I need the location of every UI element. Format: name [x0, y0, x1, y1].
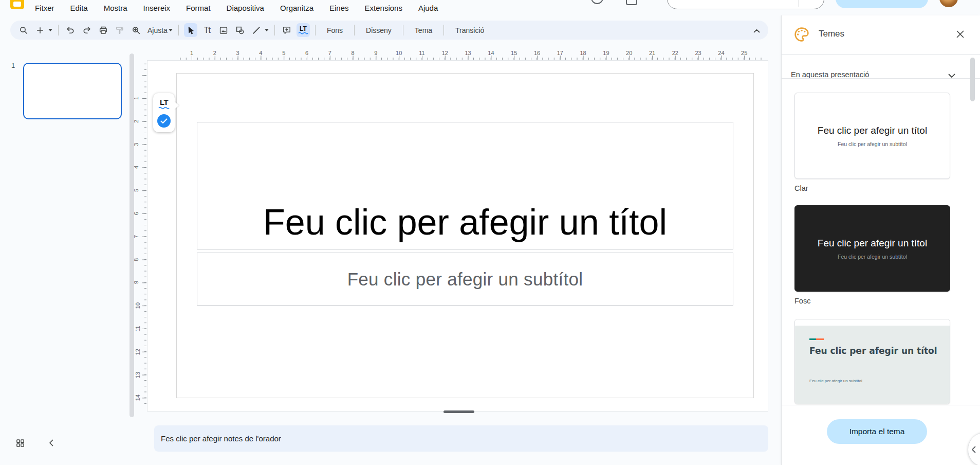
horizontal-ruler: 1234567891011121314151617181920212223242…	[147, 51, 768, 60]
themes-panel: Temes En aquesta presentació Feu clic pe…	[781, 15, 980, 465]
toolbar-separator	[315, 25, 316, 35]
panel-divider	[782, 78, 980, 79]
menu-item-format[interactable]: Format	[183, 3, 214, 13]
vertical-ruler: 1234567891011121314	[134, 60, 147, 410]
account-avatar[interactable]	[939, 0, 958, 7]
close-icon[interactable]	[954, 28, 966, 40]
h-ruler-number: 6	[305, 50, 308, 56]
in-this-presentation-section[interactable]: En aquesta presentació	[782, 55, 980, 94]
select-cursor-icon[interactable]	[184, 23, 197, 37]
version-history-icon[interactable]	[591, 0, 603, 4]
menu-item-extensions[interactable]: Extensions	[362, 3, 405, 13]
collapse-menus-icon[interactable]	[753, 26, 760, 35]
present-icon[interactable]	[626, 0, 637, 5]
menu-item-fitxer[interactable]: Fitxer	[32, 3, 58, 13]
menu-item-mostra[interactable]: Mostra	[101, 3, 131, 13]
v-ruler-number: 12	[135, 349, 141, 355]
h-ruler-number: 4	[259, 50, 262, 56]
background-button[interactable]: Fons	[319, 23, 350, 37]
menu-item-diapositiva[interactable]: Diapositiva	[224, 3, 267, 13]
menu-item-ajuda[interactable]: Ajuda	[415, 3, 441, 13]
layout-button[interactable]: Disseny	[358, 23, 399, 37]
search-icon[interactable]	[17, 23, 30, 37]
h-ruler-number: 9	[374, 50, 377, 56]
theme-name: Clar	[794, 184, 808, 192]
h-ruler-number: 7	[328, 50, 331, 56]
menu-item-insereix[interactable]: Insereix	[140, 3, 174, 13]
redo-icon[interactable]	[80, 23, 94, 37]
theme-card-dark[interactable]: Feu clic per afegir un títol Feu clic pe…	[794, 205, 950, 292]
slide-page[interactable]: Feu clic per afegir un títol Feu clic pe…	[176, 73, 754, 398]
transition-button[interactable]: Transició	[448, 23, 492, 37]
insert-comment-icon[interactable]	[280, 23, 293, 37]
h-ruler-number: 19	[603, 50, 609, 56]
h-ruler-number: 3	[236, 50, 239, 56]
h-ruler-number: 21	[649, 50, 655, 56]
grid-view-icon[interactable]	[14, 437, 26, 449]
theme-preview-subtitle: Feu clic per afegir un subtítol	[795, 254, 950, 260]
insert-line-icon[interactable]	[250, 23, 263, 37]
h-ruler-number: 5	[282, 50, 285, 56]
languagetool-check-icon[interactable]	[157, 114, 171, 128]
h-ruler-number: 2	[213, 50, 216, 56]
h-ruler-number: 17	[557, 50, 563, 56]
main-toolbar: Ajusta Tt LT Fons Di	[10, 21, 768, 40]
chevron-left-icon[interactable]	[45, 437, 57, 449]
meet-button[interactable]	[667, 0, 824, 9]
filmstrip-scrollbar[interactable]	[130, 53, 134, 417]
h-ruler-number: 12	[442, 50, 448, 56]
insert-shape-icon[interactable]	[233, 23, 247, 37]
toolbar-separator	[178, 25, 179, 35]
h-ruler-number: 18	[580, 50, 586, 56]
theme-button[interactable]: Tema	[407, 23, 440, 37]
line-dropdown-icon[interactable]	[265, 29, 269, 31]
h-ruler-number: 16	[534, 50, 540, 56]
h-ruler-number: 10	[396, 50, 402, 56]
h-ruler-number: 13	[465, 50, 471, 56]
notes-resize-handle[interactable]	[443, 410, 474, 413]
menu-item-eines[interactable]: Eines	[326, 3, 352, 13]
paint-format-icon[interactable]	[113, 23, 126, 37]
languagetool-widget[interactable]: LT	[153, 93, 175, 132]
v-ruler-number: 11	[135, 326, 141, 331]
theme-card-focus[interactable]: Feu clic per afegir un títol Feu clic pe…	[794, 319, 950, 404]
languagetool-widget-arrow	[174, 101, 179, 110]
share-button[interactable]	[836, 0, 928, 8]
print-icon[interactable]	[97, 23, 110, 37]
subtitle-placeholder-text: Feu clic per afegir un subtítol	[347, 269, 583, 290]
palette-icon	[794, 27, 809, 44]
speaker-notes-placeholder: Fes clic per afegir notes de l'orador	[161, 434, 281, 443]
languagetool-icon[interactable]: LT	[297, 23, 310, 37]
import-theme-button[interactable]: Importa el tema	[827, 419, 927, 444]
chevron-down-icon[interactable]	[948, 71, 955, 80]
h-ruler-number: 15	[511, 50, 517, 56]
theme-preview-title: Feu clic per afegir un títol	[795, 125, 950, 136]
theme-name: Fosc	[794, 297, 810, 305]
insert-image-icon[interactable]	[217, 23, 230, 37]
new-slide-icon[interactable]	[33, 23, 47, 37]
toolbar-separator	[354, 25, 355, 35]
speaker-notes[interactable]: Fes clic per afegir notes de l'orador	[154, 425, 768, 452]
zoom-fit-label[interactable]: Ajusta	[147, 26, 168, 34]
new-slide-dropdown-icon[interactable]	[48, 29, 52, 31]
zoom-in-icon[interactable]	[130, 23, 143, 37]
undo-icon[interactable]	[64, 23, 77, 37]
slides-logo-icon[interactable]	[10, 0, 24, 9]
zoom-dropdown-icon[interactable]	[169, 29, 173, 31]
menu-item-edita[interactable]: Edita	[67, 3, 91, 13]
menu-bar: FitxerEditaMostraInsereixFormatDiapositi…	[0, 0, 980, 15]
subtitle-placeholder[interactable]: Feu clic per afegir un subtítol	[197, 253, 733, 306]
menu-item-organitza[interactable]: Organitza	[277, 3, 317, 13]
panel-scrollbar[interactable]	[970, 58, 975, 101]
languagetool-label: LT	[300, 25, 307, 32]
slide-thumbnail[interactable]	[23, 63, 122, 119]
themes-panel-title: Temes	[819, 29, 844, 39]
v-ruler-number: 10	[135, 302, 141, 309]
toolbar-separator	[443, 25, 444, 35]
theme-card-light[interactable]: Feu clic per afegir un títol Feu clic pe…	[794, 93, 950, 179]
text-box-icon[interactable]: Tt	[200, 23, 214, 37]
title-placeholder[interactable]: Feu clic per afegir un títol	[197, 122, 733, 249]
h-ruler-number: 8	[352, 50, 355, 56]
toolbar-separator	[58, 25, 59, 35]
slide-number: 1	[11, 62, 15, 69]
